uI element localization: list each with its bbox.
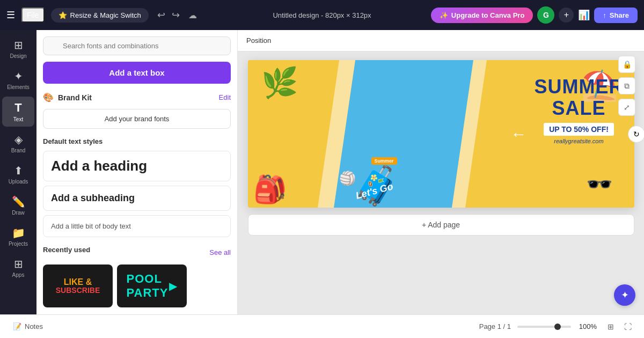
thumbnail-pool-party[interactable]: POOL PARTY ▶ bbox=[117, 264, 187, 307]
panel-content: 🔍 Add a text box 🎨 Brand Kit Edit Add yo… bbox=[36, 30, 237, 314]
add-page-bar[interactable]: + Add page bbox=[248, 214, 634, 236]
sidebar-item-apps-label: Apps bbox=[12, 272, 25, 278]
plus-button[interactable]: + bbox=[559, 8, 574, 23]
recently-used-label: Recently used bbox=[43, 246, 90, 254]
add-body-item[interactable]: Add a little bit of body text bbox=[43, 215, 231, 237]
recently-used-row: Recently used See all bbox=[43, 246, 231, 259]
canvas-area: Position 🔒 ⧉ ⤢ bbox=[238, 30, 644, 314]
file-button[interactable]: File bbox=[21, 8, 45, 23]
edit-link[interactable]: Edit bbox=[219, 93, 231, 101]
sidebar-item-elements[interactable]: ✦ Elements bbox=[2, 65, 34, 94]
summer-text: SUMMER bbox=[535, 76, 624, 98]
see-all-link[interactable]: See all bbox=[209, 248, 231, 256]
fullscreen-button[interactable]: ⛶ bbox=[620, 319, 635, 334]
brand-kit-left: 🎨 Brand Kit bbox=[43, 92, 92, 102]
copy-tool-button[interactable]: ⧉ bbox=[618, 77, 635, 94]
text-icon: T bbox=[14, 101, 21, 115]
thumbnails-row: LIKE & SUBSCRIBE POOL PARTY ▶ bbox=[43, 264, 231, 307]
sidebar-item-text[interactable]: T Text bbox=[2, 97, 34, 127]
position-label: Position bbox=[246, 36, 271, 45]
grid-view-button[interactable]: ⊞ bbox=[603, 319, 618, 334]
resize-magic-button[interactable]: ⭐ Resize & Magic Switch bbox=[51, 8, 149, 23]
lets-go-text: Let's Go bbox=[354, 181, 394, 202]
thumbnail-like-subscribe[interactable]: LIKE & SUBSCRIBE bbox=[43, 264, 113, 307]
sidebar-item-apps[interactable]: ⊞ Apps bbox=[2, 253, 34, 282]
apps-icon: ⊞ bbox=[14, 258, 23, 270]
analytics-icon[interactable]: 📊 bbox=[578, 9, 590, 21]
sidebar-item-brand[interactable]: ◈ Brand bbox=[2, 129, 34, 158]
sidebar-item-draw[interactable]: ✏️ Draw bbox=[2, 191, 34, 220]
pool-line1: POOL bbox=[127, 272, 169, 286]
like-line2: SUBSCRIBE bbox=[56, 286, 100, 295]
add-subheading-item[interactable]: Add a subheading bbox=[43, 186, 231, 211]
undo-button[interactable]: ↩ bbox=[155, 7, 167, 23]
add-heading-item[interactable]: Add a heading bbox=[43, 151, 231, 181]
sidebar-item-projects[interactable]: 📁 Projects bbox=[2, 222, 34, 251]
sunglasses-decoration: 🕶️ bbox=[586, 172, 613, 197]
canvas-toolbar: 🔒 ⧉ ⤢ bbox=[618, 56, 635, 116]
magic-button[interactable]: ✦ bbox=[614, 284, 635, 306]
canvas-scroll[interactable]: 🌿 🎒 🧳 Let's Go Summer ⛱️ 🕶️ ← bbox=[238, 52, 644, 314]
upgrade-button[interactable]: ✨ Upgrade to Canva Pro bbox=[431, 8, 533, 23]
topbar-left: ☰ File ⭐ Resize & Magic Switch ↩ ↪ ☁ bbox=[6, 7, 266, 23]
pool-party-text: POOL PARTY bbox=[127, 272, 169, 300]
like-subscribe-text: LIKE & SUBSCRIBE bbox=[56, 277, 100, 295]
beach-ball-decoration: 🏐 bbox=[339, 171, 356, 186]
sale-text: SALE bbox=[535, 98, 624, 119]
topbar-center: Untitled design - 820px × 312px bbox=[273, 11, 371, 19]
star-icon: ⭐ bbox=[58, 11, 67, 19]
rotate-handle[interactable]: ↻ bbox=[628, 126, 645, 143]
canvas-wrapper: 🌿 🎒 🧳 Let's Go Summer ⛱️ 🕶️ ← bbox=[248, 60, 634, 208]
brand-kit-label: Brand Kit bbox=[58, 93, 92, 102]
elements-icon: ✦ bbox=[14, 70, 23, 83]
brand-icon: ◈ bbox=[14, 133, 23, 146]
arrow-decoration: ← bbox=[511, 125, 527, 143]
suitcase-decoration: 🧳 bbox=[353, 164, 400, 208]
design-title: Untitled design - 820px × 312px bbox=[273, 11, 371, 19]
left-panel: 🔍 Add a text box 🎨 Brand Kit Edit Add yo… bbox=[36, 30, 238, 314]
svg-marker-1 bbox=[334, 60, 473, 208]
share-icon: ↑ bbox=[603, 11, 606, 19]
notes-button[interactable]: 📝 Notes bbox=[9, 320, 47, 333]
sidebar-item-uploads[interactable]: ⬆ Uploads bbox=[2, 160, 34, 189]
user-avatar[interactable]: G bbox=[537, 6, 554, 24]
design-icon: ⊞ bbox=[14, 39, 23, 52]
search-input[interactable] bbox=[43, 36, 231, 55]
svg-marker-3 bbox=[452, 60, 487, 208]
sidebar-item-elements-label: Elements bbox=[7, 84, 30, 90]
website-text: reallygreatsite.com bbox=[535, 138, 624, 144]
topbar-right: ✨ Upgrade to Canva Pro G + 📊 ↑ Share bbox=[378, 6, 638, 24]
sidebar-item-text-label: Text bbox=[13, 116, 23, 122]
hamburger-icon[interactable]: ☰ bbox=[6, 9, 15, 21]
beach-chair-decoration: ⛱️ bbox=[581, 68, 618, 103]
sidebar-item-design-label: Design bbox=[10, 53, 26, 59]
main-body: ⊞ Design ✦ Elements T Text ◈ Brand ⬆ Upl… bbox=[0, 30, 644, 314]
lock-tool-button[interactable]: 🔒 bbox=[618, 56, 635, 73]
brand-fonts-button[interactable]: Add your brand fonts bbox=[43, 109, 231, 129]
sidebar-item-design[interactable]: ⊞ Design bbox=[2, 34, 34, 63]
search-wrapper: 🔍 bbox=[43, 36, 231, 55]
pool-party-arrow: ▶ bbox=[169, 280, 177, 292]
canvas-overlay: 🌿 🎒 🧳 Let's Go Summer ⛱️ 🕶️ ← bbox=[248, 60, 634, 208]
undo-redo-group: ↩ ↪ bbox=[155, 7, 182, 23]
zoom-percent: 100% bbox=[575, 322, 597, 330]
svg-marker-2 bbox=[318, 60, 355, 208]
share-button[interactable]: ↑ Share bbox=[594, 8, 638, 23]
zoom-slider-container: 100% bbox=[517, 322, 597, 330]
topbar: ☰ File ⭐ Resize & Magic Switch ↩ ↪ ☁ Unt… bbox=[0, 0, 644, 30]
sidebar-item-brand-label: Brand bbox=[11, 148, 26, 153]
wand-icon: ✨ bbox=[440, 11, 448, 19]
svg-rect-0 bbox=[248, 60, 634, 208]
notes-icon: 📝 bbox=[13, 322, 21, 330]
zoom-slider[interactable] bbox=[517, 326, 571, 328]
redo-button[interactable]: ↪ bbox=[170, 7, 182, 23]
design-canvas[interactable]: 🌿 🎒 🧳 Let's Go Summer ⛱️ 🕶️ ← bbox=[248, 60, 634, 208]
default-text-styles-label: Default text styles bbox=[43, 137, 231, 145]
summer-label: Summer bbox=[371, 157, 397, 165]
like-line1: LIKE & bbox=[56, 277, 100, 287]
add-textbox-button[interactable]: Add a text box bbox=[43, 62, 231, 84]
expand-tool-button[interactable]: ⤢ bbox=[618, 99, 635, 116]
notes-label: Notes bbox=[25, 322, 43, 330]
brand-kit-row: 🎨 Brand Kit Edit bbox=[43, 92, 231, 102]
sidebar-item-uploads-label: Uploads bbox=[9, 179, 28, 185]
